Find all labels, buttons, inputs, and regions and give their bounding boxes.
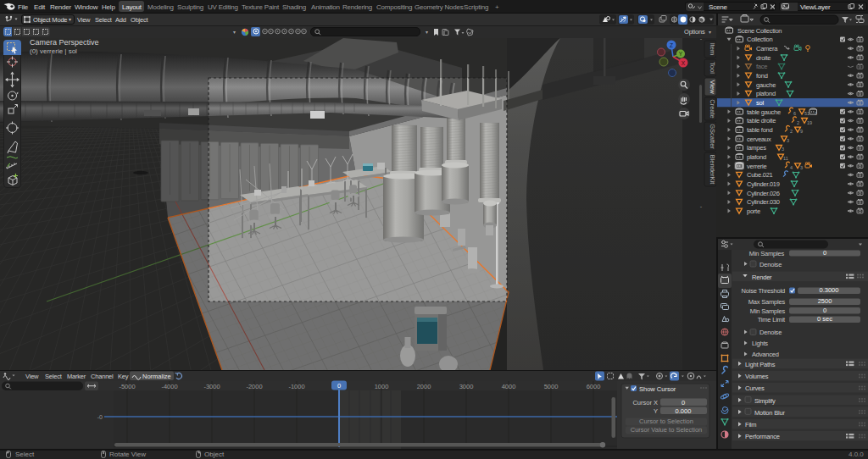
svg-text:table droite: table droite (747, 117, 776, 124)
svg-text:fond: fond (756, 72, 768, 80)
svg-text:Curves: Curves (745, 384, 765, 392)
svg-text:2: 2 (790, 129, 793, 134)
svg-text:1000: 1000 (375, 383, 389, 390)
svg-text:cerveaux: cerveaux (747, 135, 771, 143)
svg-text:plafond: plafond (747, 153, 766, 161)
svg-text:Camera: Camera (756, 45, 778, 53)
svg-text:Denoise: Denoise (760, 261, 782, 268)
svg-text:ˆ: ˆ (700, 206, 702, 211)
svg-text:Cylinder.019: Cylinder.019 (747, 180, 780, 188)
svg-text:porte: porte (747, 207, 760, 215)
svg-text:Item: Item (709, 43, 716, 56)
svg-text:Performance: Performance (745, 433, 780, 440)
svg-text:Min Samples: Min Samples (750, 307, 786, 315)
svg-text:verrerie: verrerie (747, 163, 767, 170)
svg-text:plafond: plafond (756, 90, 776, 97)
svg-text:0: 0 (823, 307, 826, 314)
svg-text:BlenderKit: BlenderKit (709, 155, 716, 185)
svg-text:4000: 4000 (502, 383, 516, 390)
svg-text:Cursor to Selection: Cursor to Selection (639, 418, 693, 425)
svg-text:Marker: Marker (67, 373, 86, 380)
svg-text:0.3000: 0.3000 (820, 286, 839, 294)
svg-text:-1000: -1000 (288, 383, 304, 390)
svg-text:Cylinder.030: Cylinder.030 (747, 198, 780, 206)
svg-text:View: View (709, 80, 716, 94)
svg-text:2500: 2500 (818, 297, 832, 305)
svg-text:Time Limit: Time Limit (758, 316, 786, 324)
svg-text:-3000: -3000 (203, 383, 220, 390)
svg-text:0.000: 0.000 (676, 407, 692, 415)
svg-text:11: 11 (783, 156, 788, 161)
svg-text:Advanced: Advanced (752, 351, 779, 358)
svg-text:Simplify: Simplify (754, 397, 776, 405)
svg-text:6000: 6000 (587, 383, 601, 390)
svg-text:Scene Collection: Scene Collection (737, 27, 782, 35)
svg-text:2000: 2000 (417, 383, 431, 390)
svg-text:Cylinder.026: Cylinder.026 (747, 190, 780, 197)
svg-text:gauche: gauche (756, 81, 776, 89)
svg-text:5000: 5000 (544, 383, 559, 390)
svg-text:Y: Y (679, 51, 683, 57)
svg-text:-2000: -2000 (246, 383, 262, 390)
svg-text:Denoise: Denoise (760, 329, 782, 336)
svg-text:face: face (756, 63, 767, 70)
svg-text:(0) verrerie | sol: (0) verrerie | sol (30, 47, 77, 55)
svg-text:Collection: Collection (747, 36, 773, 43)
svg-text:Channel: Channel (91, 373, 114, 380)
svg-text:Cursor Value to Selection: Cursor Value to Selection (631, 426, 703, 434)
svg-text:Film: Film (745, 421, 756, 429)
svg-text:-4000: -4000 (161, 383, 177, 390)
svg-text:0: 0 (823, 250, 826, 257)
svg-text:51: 51 (804, 111, 810, 116)
svg-text:Light Paths: Light Paths (745, 361, 776, 368)
svg-text:Motion Blur: Motion Blur (754, 409, 785, 417)
svg-text:Select: Select (45, 373, 63, 380)
svg-text:droite: droite (756, 54, 771, 62)
svg-text:Max Samples: Max Samples (748, 298, 786, 306)
svg-text:3: 3 (787, 138, 789, 143)
svg-text:0 sec: 0 sec (817, 315, 832, 323)
svg-text:Cube.021: Cube.021 (747, 171, 773, 179)
svg-text:4: 4 (790, 165, 793, 170)
svg-text:6: 6 (793, 111, 796, 116)
svg-text:X: X (682, 60, 686, 66)
svg-text:GScatter: GScatter (709, 124, 716, 149)
svg-text:Create: Create (709, 99, 716, 119)
svg-text:table gauche: table gauche (747, 108, 781, 116)
svg-text:Render: Render (752, 274, 772, 281)
svg-text:Y: Y (654, 407, 658, 415)
svg-text:sol: sol (756, 99, 764, 107)
svg-text:3: 3 (782, 147, 784, 152)
svg-text:Z: Z (670, 42, 673, 48)
svg-text:Cursor X: Cursor X (632, 399, 658, 406)
svg-text:Camera Perspective: Camera Perspective (30, 38, 99, 47)
svg-text:Min Samples: Min Samples (749, 250, 785, 257)
svg-text:0: 0 (337, 382, 341, 390)
svg-text:0: 0 (682, 399, 685, 406)
svg-text:3: 3 (815, 111, 817, 116)
svg-text:Volumes: Volumes (745, 373, 769, 380)
svg-text:9: 9 (800, 129, 803, 134)
svg-text:Normalize: Normalize (142, 373, 171, 380)
svg-text:Key: Key (118, 373, 129, 380)
svg-text:View: View (25, 373, 39, 380)
svg-text:-0: -0 (97, 414, 103, 420)
svg-text:Lights: Lights (752, 340, 768, 347)
svg-text:2: 2 (797, 120, 799, 125)
svg-text:3: 3 (800, 165, 803, 170)
svg-text:table fond: table fond (747, 126, 773, 134)
svg-text:Noise Threshold: Noise Threshold (742, 287, 786, 295)
svg-text:Show Cursor: Show Cursor (639, 385, 676, 393)
svg-text:ˆ: ˆ (700, 38, 702, 43)
svg-text:3000: 3000 (459, 383, 474, 390)
svg-text:Tool: Tool (709, 62, 716, 74)
svg-text:19: 19 (807, 120, 812, 125)
svg-text:-5000: -5000 (119, 383, 135, 390)
svg-text:lampes: lampes (747, 144, 766, 152)
